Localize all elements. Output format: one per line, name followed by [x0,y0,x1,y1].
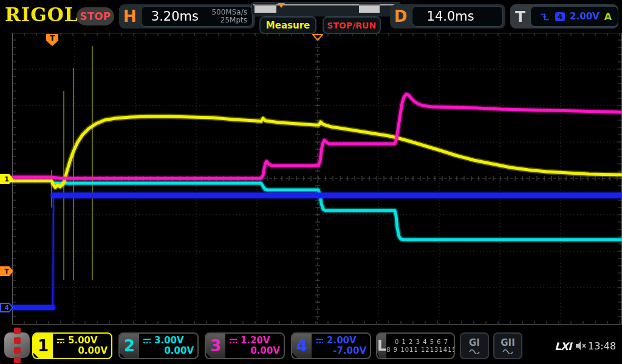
logic-analyzer-button[interactable]: L 0 1 2 3 4 5 6 78 9 1011 12131415 [376,332,455,359]
channel-4-offset: -7.00V [315,346,366,356]
delay-value: 14.0ms [427,9,474,24]
channel-3-scale: 1.20V [241,335,270,346]
t-label: T [510,8,530,25]
channel-1-scale: 5.00V [68,335,98,346]
waveform-display [0,0,622,364]
menu-grid-icon[interactable] [4,332,30,358]
channel-2-tab: 2 [120,334,139,358]
delay-position-marker [312,34,323,41]
dc-coupling-icon [142,338,152,344]
timebase-value: 3.20ms [151,9,199,24]
d-label: D [390,7,412,25]
ch4-trace-rise [53,198,53,306]
channel-4-tab: 4 [292,334,312,358]
channel-1-button[interactable]: 15.00V0.00V [32,332,112,359]
speaker-muted-icon [575,341,587,351]
clock: 13:48 [588,340,616,352]
channel-3-tab: 3 [206,334,225,358]
memory-waveform-strip [252,2,399,15]
h-label: H [119,7,141,25]
lxi-logo: LXI [555,340,571,352]
channel-4-button[interactable]: 42.00V-7.00V [291,332,371,359]
source2-button[interactable]: GII [493,332,522,359]
trigger-mode-auto: A [604,11,612,22]
horizontal-timebase-button[interactable]: H 3.20ms 500MSa/s25Mpts [119,4,255,29]
channel-3-offset: 0.00V [228,346,280,356]
sine-icon [468,348,480,354]
la-tab: L [377,334,386,358]
gi-label: GI [469,339,480,348]
channel-2-button[interactable]: 23.00V0.00V [118,332,199,359]
channel-2-offset: 0.00V [142,346,194,356]
source1-button[interactable]: GI [460,332,489,359]
memory-position-bar[interactable] [251,2,401,16]
trigger-level-value: 2.00V [570,11,600,22]
ch3-trace [12,94,621,178]
trigger-button[interactable]: T 4 2.00V A [510,4,618,29]
delay-button[interactable]: D 14.0ms [390,4,505,29]
channel-1-offset: 0.00V [56,346,108,356]
run-state-badge: STOP [77,7,114,25]
dc-coupling-icon [56,338,66,344]
falling-edge-icon [539,12,550,21]
gii-label: GII [501,339,514,348]
channel-2-scale: 3.00V [154,335,184,346]
measure-button[interactable]: Measure [259,16,316,34]
stop-run-button[interactable]: STOP/RUN [323,16,381,34]
acquisition-info: 500MSa/s25Mpts [211,8,252,24]
trigger-source-badge: 4 [555,12,565,21]
dc-coupling-icon [228,338,238,344]
sine-icon [502,348,514,354]
channel-4-scale: 2.00V [327,335,357,346]
rigol-logo: RIGOL [5,4,78,25]
la-digital-channels: 0 1 2 3 4 5 6 78 9 1011 12131415 [386,334,455,358]
dc-coupling-icon [315,338,324,344]
channel-1-tab: 1 [33,334,53,358]
channel-3-button[interactable]: 31.20V0.00V [205,332,285,359]
